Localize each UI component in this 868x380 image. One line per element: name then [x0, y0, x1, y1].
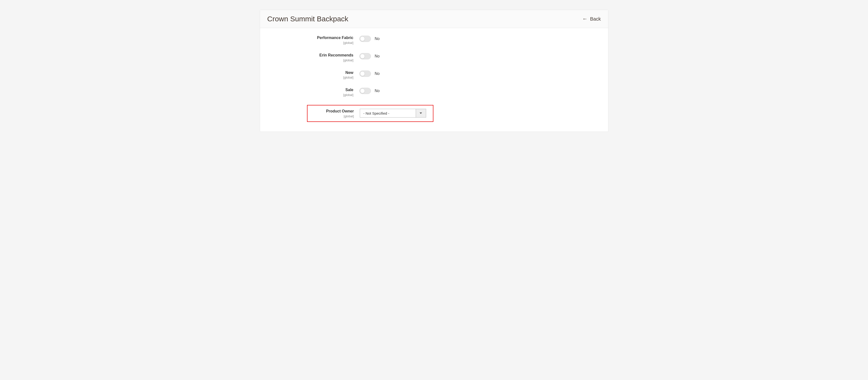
back-label: Back	[590, 16, 601, 22]
control-col: No	[359, 35, 380, 42]
row-sale: Sale [global] No	[267, 87, 601, 97]
field-scope: [global]	[267, 58, 353, 62]
toggle-state-label: No	[375, 54, 380, 58]
row-performance-fabric: Performance Fabric [global] No	[267, 35, 601, 45]
svg-marker-0	[420, 113, 422, 114]
label-col: New [global]	[267, 70, 353, 80]
toggle-knob	[360, 88, 365, 93]
toggle-sale[interactable]	[359, 88, 371, 94]
page-title: Crown Summit Backpack	[267, 15, 348, 23]
control-col: No	[359, 70, 380, 77]
arrow-left-icon: ←	[582, 16, 588, 22]
label-col: Erin Recommends [global]	[267, 53, 353, 62]
control-col: No	[359, 87, 380, 94]
field-label: Product Owner	[308, 109, 354, 114]
row-erin-recommends: Erin Recommends [global] No	[267, 53, 601, 62]
label-col: Product Owner [global]	[308, 109, 354, 118]
field-scope: [global]	[267, 76, 353, 79]
control-col: No	[359, 53, 380, 60]
toggle-state-label: No	[375, 89, 380, 93]
select-dropdown-button[interactable]	[416, 109, 426, 117]
card-header: Crown Summit Backpack ← Back	[260, 10, 608, 28]
field-scope: [global]	[267, 41, 353, 45]
field-label: New	[267, 70, 353, 76]
label-col: Sale [global]	[267, 87, 353, 97]
field-label: Erin Recommends	[267, 53, 353, 58]
field-label: Performance Fabric	[267, 35, 353, 40]
back-button[interactable]: ← Back	[582, 16, 601, 22]
highlight-product-owner: Product Owner [global] - Not Specified -	[307, 105, 433, 122]
form-body: Performance Fabric [global] No Erin Reco…	[260, 28, 608, 131]
toggle-erin-recommends[interactable]	[359, 53, 371, 59]
control-col: - Not Specified -	[360, 109, 426, 118]
row-product-owner: Product Owner [global] - Not Specified -	[308, 109, 433, 118]
toggle-knob	[360, 71, 365, 76]
chevron-down-icon	[420, 113, 422, 114]
row-new: New [global] No	[267, 70, 601, 80]
toggle-new[interactable]	[359, 70, 371, 77]
label-col: Performance Fabric [global]	[267, 35, 353, 45]
product-owner-select[interactable]: - Not Specified -	[360, 109, 426, 118]
product-edit-card: Crown Summit Backpack ← Back Performance…	[260, 10, 609, 132]
toggle-performance-fabric[interactable]	[359, 36, 371, 42]
select-value: - Not Specified -	[360, 109, 416, 117]
toggle-state-label: No	[375, 37, 380, 41]
toggle-state-label: No	[375, 71, 380, 76]
field-scope: [global]	[267, 93, 353, 97]
toggle-knob	[360, 54, 365, 59]
field-label: Sale	[267, 87, 353, 93]
toggle-knob	[360, 36, 365, 41]
field-scope: [global]	[308, 114, 354, 118]
